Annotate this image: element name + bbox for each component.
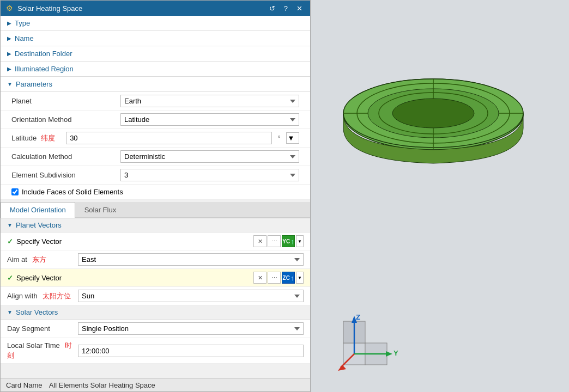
include-faces-label: Include Faces of Solid Elements (22, 188, 123, 196)
type-section[interactable]: ▶ Type (1, 16, 310, 31)
align-with-label: Align with 太阳方位 (7, 291, 78, 301)
check-icon-1: ✓ (7, 237, 13, 246)
name-section[interactable]: ▶ Name (1, 31, 310, 46)
element-subdivision-label: Element Subdivision (11, 171, 120, 179)
illuminated-label: Illuminated Region (15, 65, 74, 73)
degree-symbol: ° (277, 134, 280, 142)
vector1-dropdown-button[interactable]: ▼ (296, 235, 304, 247)
specify-vector1-row: ✓ Specify Vector ✕ ⋯ YC↑ ▼ (1, 232, 310, 250)
svg-text:Z: Z (356, 313, 360, 321)
3d-viewport: Z Y (311, 0, 569, 392)
tab-solar-flux[interactable]: Solar Flux (75, 202, 126, 217)
include-faces-row: Include Faces of Solid Elements (1, 185, 310, 200)
svg-marker-22 (338, 365, 346, 371)
planet-row: Planet Earth (1, 92, 310, 111)
axes-indicator: Z Y (338, 313, 403, 378)
calculation-method-label: Calculation Method (11, 152, 120, 161)
aim-at-chinese-label: 东方 (32, 255, 46, 264)
vector1-icon-group: ✕ ⋯ YC↑ ▼ (253, 235, 304, 247)
vector1-dots-button[interactable]: ⋯ (268, 235, 281, 247)
type-label: Type (15, 19, 30, 27)
status-description: All Elements Solar Heating Space (49, 381, 155, 389)
latitude-row: Latitude 纬度 ° ▼ (1, 129, 310, 148)
latitude-label: Latitude 纬度 (11, 133, 62, 143)
svg-text:Y: Y (394, 349, 398, 357)
include-faces-checkbox[interactable] (11, 188, 19, 195)
aim-at-select[interactable]: East (78, 253, 304, 266)
latitude-chinese-label: 纬度 (41, 133, 55, 143)
parameters-label: Parameters (16, 80, 52, 88)
svg-point-7 (392, 99, 474, 128)
day-segment-select[interactable]: Single Position (78, 322, 304, 335)
title-bar: ⚙ Solar Heating Space ↺ ? ✕ (1, 1, 310, 16)
3d-model-view (338, 44, 534, 207)
vector1-yc-button[interactable]: YC↑ (282, 235, 295, 247)
element-subdivision-row: Element Subdivision 3 (1, 166, 310, 185)
specify-vector2-label: Specify Vector (16, 274, 62, 282)
element-subdivision-select[interactable]: 3 (120, 169, 299, 181)
calculation-method-select[interactable]: Deterministic (120, 150, 299, 163)
destination-arrow-icon: ▶ (7, 51, 11, 57)
tab-model-orientation[interactable]: Model Orientation (1, 202, 75, 218)
align-with-select[interactable]: Sun (78, 290, 304, 302)
parameters-arrow-icon: ▼ (7, 81, 13, 87)
check-icon-2: ✓ (7, 274, 13, 282)
name-arrow-icon: ▶ (7, 35, 11, 41)
solar-vectors-arrow-icon: ▼ (7, 309, 13, 315)
orientation-method-select[interactable]: Latitude (120, 113, 299, 126)
local-solar-time-row: Local Solar Time 时刻 (1, 338, 310, 364)
local-solar-time-input[interactable] (78, 345, 304, 357)
solar-vectors-title: Solar Vectors (16, 308, 58, 316)
aim-at-row: Aim at 东方 East (1, 250, 310, 269)
latitude-input[interactable] (66, 132, 272, 144)
vector2-x-button[interactable]: ✕ (253, 272, 267, 284)
local-solar-time-label: Local Solar Time 时刻 (7, 341, 78, 360)
orientation-method-row: Orientation Method Latitude (1, 111, 310, 129)
illuminated-arrow-icon: ▶ (7, 66, 11, 72)
dialog-content: ▶ Type ▶ Name ▶ Destination Folder ▶ Ill… (1, 16, 310, 378)
vector1-x-button[interactable]: ✕ (253, 235, 267, 247)
aim-at-label: Aim at 东方 (7, 255, 78, 265)
status-bar: Card Name All Elements Solar Heating Spa… (1, 378, 310, 391)
svg-marker-19 (386, 351, 392, 357)
align-with-chinese-label: 太阳方位 (43, 292, 71, 300)
latitude-unit-select[interactable]: ▼ (286, 132, 299, 144)
card-name-label: Card Name (6, 381, 42, 389)
planet-vectors-title: Planet Vectors (16, 221, 62, 229)
tabs-bar: Model Orientation Solar Flux (1, 202, 310, 218)
destination-folder-section[interactable]: ▶ Destination Folder (1, 46, 310, 62)
reset-button[interactable]: ↺ (267, 4, 277, 13)
vector2-dropdown-button[interactable]: ▼ (296, 272, 304, 284)
solar-vectors-header[interactable]: ▼ Solar Vectors (1, 305, 310, 320)
name-label: Name (15, 34, 34, 42)
specify-vector2-row: ✓ Specify Vector ✕ ⋯ ZC↑ ▼ (1, 269, 310, 287)
parameters-header[interactable]: ▼ Parameters (1, 77, 310, 92)
planet-select[interactable]: Earth (120, 95, 299, 107)
illuminated-region-section[interactable]: ▶ Illuminated Region (1, 62, 310, 77)
specify-vector1-label: Specify Vector (16, 237, 62, 246)
destination-label: Destination Folder (15, 50, 72, 58)
close-button[interactable]: ✕ (294, 4, 305, 13)
calculation-method-row: Calculation Method Deterministic (1, 148, 310, 166)
planet-vectors-arrow-icon: ▼ (7, 222, 13, 228)
align-with-row: Align with 太阳方位 Sun (1, 287, 310, 305)
orientation-method-label: Orientation Method (11, 115, 120, 124)
gear-icon: ⚙ (6, 4, 13, 13)
vector2-zc-button[interactable]: ZC↑ (282, 272, 295, 284)
help-button[interactable]: ? (282, 4, 290, 13)
vector2-icon-group: ✕ ⋯ ZC↑ ▼ (253, 272, 304, 284)
planet-label: Planet (11, 97, 120, 105)
planet-vectors-header[interactable]: ▼ Planet Vectors (1, 218, 310, 232)
day-segment-row: Day Segment Single Position (1, 320, 310, 338)
dialog-title: Solar Heating Space (17, 4, 82, 13)
day-segment-label: Day Segment (7, 324, 78, 333)
type-arrow-icon: ▶ (7, 20, 11, 26)
dialog-panel: ⚙ Solar Heating Space ↺ ? ✕ ▶ Type ▶ Nam… (0, 0, 311, 392)
vector2-dots-button[interactable]: ⋯ (268, 272, 281, 284)
